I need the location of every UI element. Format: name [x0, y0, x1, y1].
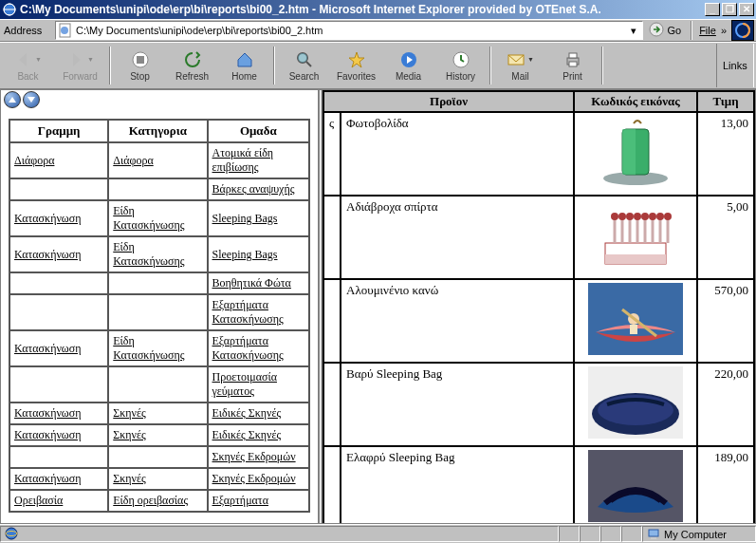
stop-button[interactable]: Stop: [114, 44, 166, 87]
table-cell: Σκηνές: [108, 403, 207, 424]
go-button[interactable]: Go: [649, 22, 681, 39]
category-link[interactable]: Είδη Κατασκήνωσης: [113, 240, 184, 268]
category-link[interactable]: Σκηνές: [113, 406, 146, 420]
category-link[interactable]: Κατασκήνωση: [14, 342, 81, 355]
category-link[interactable]: Σκηνές Εκδρομών: [212, 472, 296, 485]
table-cell: [9, 178, 108, 200]
category-link[interactable]: Εξαρτήματα: [212, 494, 268, 507]
mail-dropdown-icon[interactable]: ▼: [527, 56, 534, 63]
go-arrow-icon: [649, 22, 664, 39]
product-name-cell: Φωτοβολίδα: [341, 112, 574, 196]
svg-rect-18: [622, 129, 636, 175]
file-menu[interactable]: File: [699, 25, 716, 36]
category-link[interactable]: Διάφορα: [113, 154, 153, 167]
category-link[interactable]: Ορειβασία: [14, 494, 63, 507]
table-row: Βαρύ Sleeping Bag220,00: [323, 363, 754, 446]
address-input[interactable]: C:\My Documents\unipi\ode\erp\bi\reports…: [55, 21, 643, 40]
table-row: Αδιάβροχα σπίρτα5,00: [323, 196, 754, 279]
category-link[interactable]: Διάφορα: [14, 154, 54, 167]
table-cell: Κατασκήνωση: [9, 424, 108, 446]
product-name-cell: Ελαφρύ Sleeping Bag: [341, 446, 574, 523]
provider-logo-icon: [731, 20, 754, 41]
category-link[interactable]: Προετοιμασία γεύματος: [212, 370, 277, 398]
category-link[interactable]: Κατασκήνωση: [14, 212, 81, 225]
category-table: Γραμμη Κατηγορια Ομαδα ΔιάφοραΔιάφοραΑτο…: [9, 119, 310, 513]
category-link[interactable]: Βάρκες αναψυχής: [212, 182, 295, 196]
table-cell: Είδη Κατασκήνωσης: [108, 236, 207, 272]
media-button[interactable]: Media: [382, 44, 434, 87]
nav-up-button[interactable]: [4, 91, 21, 108]
close-button[interactable]: ✕: [739, 3, 754, 16]
overflow-cell: ς: [323, 112, 341, 196]
favorites-button[interactable]: Favorites: [330, 44, 382, 87]
product-image: [588, 450, 683, 522]
product-image: [588, 116, 683, 188]
category-link[interactable]: Σκηνές Εκδρομών: [212, 450, 296, 463]
category-link[interactable]: Εξαρτήματα Κατασκήνωσης: [212, 334, 284, 362]
price-cell: 570,00: [697, 279, 754, 363]
table-row: ΚατασκήνωσηΕίδη ΚατασκήνωσηςSleeping Bag…: [9, 200, 309, 236]
print-label: Print: [562, 71, 582, 82]
restore-button[interactable]: ❐: [722, 3, 737, 16]
product-name-cell: Βαρύ Sleeping Bag: [341, 363, 574, 446]
address-path: C:\My Documents\unipi\ode\erp\bi\reports…: [76, 25, 626, 36]
history-button[interactable]: History: [434, 44, 487, 87]
right-frame[interactable]: Προϊον Κωδικός εικόνας Τιμη ςΦωτοβολίδα1…: [323, 90, 755, 523]
home-button[interactable]: Home: [218, 44, 270, 87]
search-button[interactable]: Search: [278, 44, 330, 87]
links-label: Links: [723, 60, 747, 71]
category-link[interactable]: Εξαρτήματα Κατασκήνωσης: [212, 298, 284, 326]
table-cell: Sleeping Bags: [208, 200, 309, 236]
nav-down-button[interactable]: [23, 91, 40, 108]
category-link[interactable]: Ατομικά είδη επιβίωσης: [212, 146, 274, 174]
print-button[interactable]: Print: [546, 44, 599, 87]
category-link[interactable]: Είδη ορειβασίας: [113, 494, 188, 507]
col-header-product: Προϊον: [323, 91, 574, 112]
page-icon: [58, 23, 73, 38]
search-icon: [295, 50, 314, 69]
category-link[interactable]: Sleeping Bags: [212, 248, 278, 261]
table-cell: Εξαρτήματα: [208, 490, 309, 512]
go-label: Go: [667, 25, 681, 36]
back-dropdown-icon[interactable]: ▼: [35, 56, 42, 63]
col-header-line: Γραμμη: [9, 120, 108, 142]
back-button[interactable]: ▼ Back: [2, 44, 54, 87]
price-cell: 5,00: [697, 196, 754, 279]
category-link[interactable]: Κατασκήνωση: [14, 406, 81, 420]
category-link[interactable]: Sleeping Bags: [212, 212, 278, 225]
links-bar[interactable]: Links: [716, 44, 754, 87]
category-link[interactable]: Κατασκήνωση: [14, 428, 81, 441]
table-cell: Κατασκήνωση: [9, 236, 108, 272]
table-cell: [108, 272, 207, 294]
category-link[interactable]: Κατασκήνωση: [14, 248, 81, 261]
favorites-label: Favorites: [337, 71, 376, 82]
home-icon: [235, 50, 254, 69]
mail-button[interactable]: ▼ Mail: [494, 44, 546, 87]
status-main: [0, 526, 559, 542]
category-link[interactable]: Βοηθητικά Φώτα: [212, 276, 291, 290]
address-dropdown-icon[interactable]: ▾: [626, 25, 640, 37]
category-link[interactable]: Σκηνές: [113, 472, 146, 485]
svg-point-33: [641, 213, 649, 220]
svg-point-30: [618, 213, 626, 220]
table-cell: Σκηνές: [108, 468, 207, 490]
price-cell: 220,00: [697, 363, 754, 446]
left-frame[interactable]: Γραμμη Κατηγορια Ομαδα ΔιάφοραΔιάφοραΑτο…: [1, 90, 320, 523]
forward-dropdown-icon[interactable]: ▼: [87, 56, 94, 63]
minimize-button[interactable]: _: [705, 3, 720, 16]
category-link[interactable]: Ειδικές Σκηνές: [212, 428, 282, 441]
category-link[interactable]: Είδη Κατασκήνωσης: [113, 204, 184, 232]
svg-point-34: [649, 213, 656, 220]
refresh-button[interactable]: Refresh: [166, 44, 218, 87]
table-row: ΚατασκήνωσηΕίδη ΚατασκήνωσηςSleeping Bag…: [9, 236, 309, 272]
mail-label: Mail: [511, 71, 528, 82]
category-link[interactable]: Είδη Κατασκήνωσης: [113, 334, 184, 362]
category-link[interactable]: Σκηνές: [113, 428, 146, 441]
forward-button[interactable]: ▼ Forward: [54, 44, 106, 87]
search-label: Search: [289, 71, 320, 82]
category-link[interactable]: Ειδικές Σκηνές: [212, 406, 282, 420]
table-cell: Είδη ορειβασίας: [108, 490, 207, 512]
table-cell: [108, 294, 207, 330]
menu-chevron-icon[interactable]: »: [721, 25, 727, 36]
category-link[interactable]: Κατασκήνωση: [14, 472, 81, 485]
